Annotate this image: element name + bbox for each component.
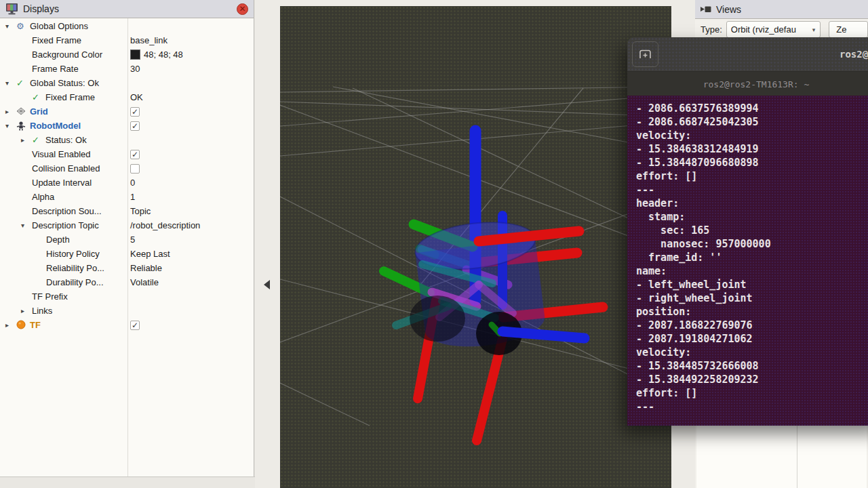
chevron-down-icon: ▾ bbox=[812, 26, 816, 33]
checkbox[interactable]: ✓ bbox=[130, 150, 140, 159]
views-type-row: Type: Orbit (rviz_defau ▾ Ze bbox=[695, 20, 868, 39]
tree-row-fixed-frame[interactable]: Fixed Framebase_link bbox=[0, 33, 254, 47]
property-label: Alpha bbox=[32, 192, 54, 202]
tree-row-robotmodel[interactable]: ▾RobotModel✓ bbox=[0, 119, 254, 133]
tf-icon bbox=[16, 320, 30, 331]
expand-arrow-icon[interactable]: ▾ bbox=[5, 122, 16, 129]
tree-row-fixed-frame[interactable]: ✓Fixed FrameOK bbox=[0, 90, 254, 104]
property-label: Grid bbox=[30, 106, 48, 117]
displays-panel-title: Displays bbox=[23, 3, 59, 14]
displays-property-tree: ▾⚙Global OptionsFixed Framebase_linkBack… bbox=[0, 18, 254, 476]
tree-row-durability-po-[interactable]: Durability Po...Volatile bbox=[0, 275, 254, 289]
expand-arrow-icon[interactable]: ▸ bbox=[5, 108, 16, 115]
property-label: Background Color bbox=[32, 49, 102, 60]
3d-scene bbox=[280, 6, 671, 488]
terminal-titlebar[interactable]: ros2@ bbox=[627, 37, 868, 71]
top-strip bbox=[255, 0, 671, 6]
property-label: Visual Enabled bbox=[32, 149, 91, 159]
views-panel-header: Views bbox=[695, 0, 868, 19]
property-label: TF bbox=[30, 320, 41, 330]
property-value[interactable]: Volatile bbox=[130, 277, 159, 287]
robot-icon bbox=[16, 121, 30, 131]
terminal-tab-bar[interactable]: ros2@ros2-TM1613R: ~ bbox=[627, 71, 868, 96]
property-label: Fixed Frame bbox=[45, 92, 95, 102]
expand-arrow-icon[interactable]: ▾ bbox=[21, 222, 32, 229]
property-value[interactable]: /robot_description bbox=[130, 220, 200, 230]
expand-arrow-icon[interactable]: ▾ bbox=[5, 79, 16, 87]
property-label: Fixed Frame bbox=[32, 35, 81, 45]
gear-icon: ⚙ bbox=[16, 21, 30, 32]
checkbox[interactable]: ✓ bbox=[130, 121, 140, 131]
tree-row-tf-prefix[interactable]: TF Prefix bbox=[0, 289, 254, 304]
tree-row-background-color[interactable]: Background Color48; 48; 48 bbox=[0, 47, 254, 62]
checkbox[interactable]: ✓ bbox=[130, 107, 140, 117]
left-splitter[interactable] bbox=[255, 0, 280, 488]
view-type-value: Orbit (rviz_defau bbox=[731, 24, 811, 35]
property-label: Reliability Po... bbox=[46, 263, 104, 273]
displays-panel: Displays ✕ ▾⚙Global OptionsFixed Frameba… bbox=[0, 0, 254, 476]
tree-row-visual-enabled[interactable]: Visual Enabled✓ bbox=[0, 147, 254, 161]
property-label: Frame Rate bbox=[32, 64, 79, 74]
grid-icon bbox=[16, 106, 30, 117]
expand-arrow-icon[interactable]: ▸ bbox=[5, 321, 16, 329]
tree-row-history-policy[interactable]: History PolicyKeep Last bbox=[0, 247, 254, 261]
property-label: Description Sou... bbox=[32, 206, 102, 216]
tree-row-description-topic[interactable]: ▾Description Topic/robot_description bbox=[0, 218, 254, 232]
terminal-tab-title: ros2@ros2-TM1613R: ~ bbox=[703, 79, 810, 89]
displays-panel-header: Displays ✕ bbox=[0, 0, 254, 18]
displays-monitor-icon bbox=[5, 3, 19, 15]
property-value[interactable]: 1 bbox=[130, 192, 135, 202]
new-tab-button[interactable] bbox=[632, 41, 658, 67]
property-value[interactable]: 30 bbox=[130, 64, 140, 74]
tree-row-update-interval[interactable]: Update Interval0 bbox=[0, 176, 254, 190]
terminal-title: ros2@ bbox=[840, 49, 868, 60]
view-type-dropdown[interactable]: Orbit (rviz_defau ▾ bbox=[726, 21, 821, 38]
property-value[interactable]: base_link bbox=[130, 35, 167, 45]
property-label: Depth bbox=[46, 235, 70, 245]
displays-panel-bottom-strip bbox=[0, 476, 280, 488]
tree-row-depth[interactable]: Depth5 bbox=[0, 232, 254, 247]
property-value[interactable]: 48; 48; 48 bbox=[144, 49, 183, 60]
terminal-text: - 2086.6637576389994 - 2086.668742504230… bbox=[627, 96, 868, 413]
terminal-output[interactable]: - 2086.6637576389994 - 2086.668742504230… bbox=[627, 96, 868, 426]
tree-row-global-options[interactable]: ▾⚙Global Options bbox=[0, 19, 254, 33]
camera-icon bbox=[700, 5, 712, 14]
tree-row-frame-rate[interactable]: Frame Rate30 bbox=[0, 62, 254, 76]
checkbox[interactable] bbox=[130, 164, 140, 174]
tree-row-status-ok[interactable]: ▸✓Status: Ok bbox=[0, 133, 254, 147]
tree-row-alpha[interactable]: Alpha1 bbox=[0, 190, 254, 204]
tree-row-collision-enabled[interactable]: Collision Enabled bbox=[0, 161, 254, 176]
close-icon[interactable]: ✕ bbox=[237, 3, 248, 15]
property-value[interactable]: Keep Last bbox=[130, 249, 170, 259]
property-value[interactable]: Topic bbox=[130, 206, 151, 216]
tree-row-tf[interactable]: ▸TF✓ bbox=[0, 318, 254, 332]
expand-arrow-icon[interactable]: ▸ bbox=[21, 307, 32, 314]
property-value[interactable]: 0 bbox=[130, 178, 135, 188]
tree-column-divider[interactable] bbox=[127, 18, 128, 476]
property-label: TF Prefix bbox=[32, 291, 68, 302]
property-label: Durability Po... bbox=[46, 277, 104, 287]
checkbox[interactable]: ✓ bbox=[130, 321, 140, 330]
check-icon: ✓ bbox=[16, 78, 30, 89]
tree-row-reliability-po-[interactable]: Reliability Po...Reliable bbox=[0, 261, 254, 275]
tree-row-description-sou-[interactable]: Description Sou...Topic bbox=[0, 204, 254, 218]
zero-button[interactable]: Ze bbox=[829, 21, 868, 38]
property-label: RobotModel bbox=[30, 121, 81, 131]
expand-arrow-icon[interactable]: ▸ bbox=[21, 136, 32, 144]
3d-viewport[interactable] bbox=[280, 6, 671, 488]
expand-arrow-icon[interactable]: ▾ bbox=[5, 22, 16, 30]
property-label: History Policy bbox=[46, 249, 100, 259]
view-type-label: Type: bbox=[701, 24, 722, 35]
collapse-panel-icon[interactable] bbox=[264, 280, 270, 289]
tree-row-global-status-ok[interactable]: ▾✓Global Status: Ok bbox=[0, 76, 254, 90]
check-icon: ✓ bbox=[32, 135, 45, 146]
color-swatch[interactable] bbox=[130, 49, 140, 60]
property-label: Global Options bbox=[30, 21, 88, 31]
property-label: Global Status: Ok bbox=[30, 78, 99, 88]
property-label: Collision Enabled bbox=[32, 163, 100, 174]
property-value[interactable]: 5 bbox=[130, 235, 135, 245]
property-value[interactable]: OK bbox=[130, 92, 143, 102]
tree-row-grid[interactable]: ▸Grid✓ bbox=[0, 104, 254, 119]
property-value[interactable]: Reliable bbox=[130, 263, 162, 273]
tree-row-links[interactable]: ▸Links bbox=[0, 304, 254, 318]
